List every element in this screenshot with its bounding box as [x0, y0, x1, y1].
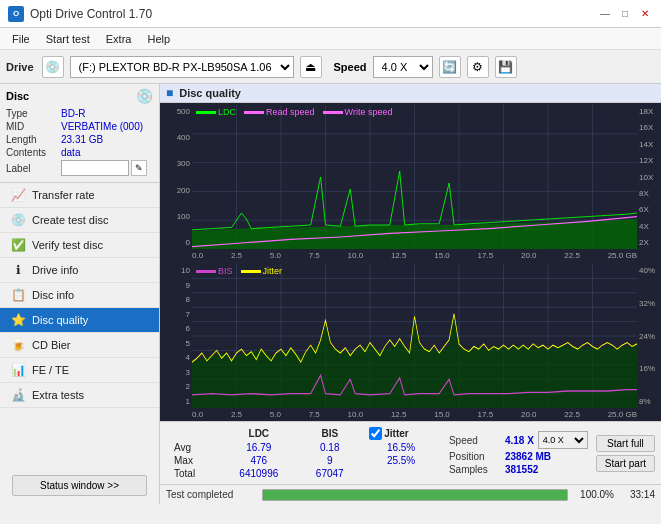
eject-button[interactable]: ⏏ — [300, 56, 322, 78]
action-buttons: Start full Start part — [596, 435, 655, 472]
bis-chart-area: 10987654321 BIS Jitter — [162, 264, 659, 408]
disc-mid-key: MID — [6, 121, 61, 132]
minimize-button[interactable]: — — [597, 6, 613, 22]
sidebar-item-label: Drive info — [32, 264, 78, 276]
chart2-legend: BIS Jitter — [192, 264, 286, 278]
speed-info: Speed 4.18 X 4.0 X Position 23862 MB Sam… — [449, 431, 588, 475]
sidebar-item-label: Disc info — [32, 289, 74, 301]
chart2-y-right: 40%32%24%16%8% — [637, 264, 659, 408]
progress-percent: 100.0% — [574, 489, 614, 500]
extra-tests-icon: 🔬 — [10, 388, 26, 402]
chart2-y-left: 10987654321 — [162, 264, 192, 408]
chart1-y-right: 18X16X14X12X10X8X6X4X2X — [637, 105, 659, 249]
settings-button[interactable]: ⚙ — [467, 56, 489, 78]
sidebar-item-label: CD Bier — [32, 339, 71, 351]
bis-chart-svg — [192, 264, 637, 408]
main-area: Disc 💿 Type BD-R MID VERBATIMe (000) Len… — [0, 84, 661, 504]
progress-bar — [262, 489, 568, 501]
sidebar-item-label: FE / TE — [32, 364, 69, 376]
disc-info-icon: 📋 — [10, 288, 26, 302]
disk-button[interactable]: 💾 — [495, 56, 517, 78]
sidebar-item-label: Transfer rate — [32, 189, 95, 201]
jitter-checkbox[interactable] — [369, 427, 382, 440]
disc-type-key: Type — [6, 108, 61, 119]
charts-wrapper: 5004003002001000 LDC Read speed — [160, 103, 661, 421]
disc-length-key: Length — [6, 134, 61, 145]
stats-table: LDC BIS Jitter Avg 16.79 0.18 — [166, 426, 441, 480]
app-icon: O — [8, 6, 24, 22]
disc-length-value: 23.31 GB — [61, 134, 153, 145]
menu-help[interactable]: Help — [139, 31, 178, 47]
sidebar-item-drive-info[interactable]: ℹ Drive info — [0, 258, 159, 283]
disc-icon: 💿 — [136, 88, 153, 104]
drive-info-icon: ℹ — [10, 263, 26, 277]
maximize-button[interactable]: □ — [617, 6, 633, 22]
verify-test-disc-icon: ✅ — [10, 238, 26, 252]
status-text: Test completed — [166, 489, 256, 500]
table-row: Total 6410996 67047 — [166, 467, 441, 480]
disc-contents-key: Contents — [6, 147, 61, 158]
titlebar: O Opti Drive Control 1.70 — □ ✕ — [0, 0, 661, 28]
chart1-y-left: 5004003002001000 — [162, 105, 192, 249]
chart2-x-labels: 0.02.55.07.510.012.515.017.520.022.525.0… — [162, 410, 659, 419]
table-row: Max 476 9 25.5% — [166, 454, 441, 467]
start-full-button[interactable]: Start full — [596, 435, 655, 452]
test-speed-select[interactable]: 4.0 X — [538, 431, 588, 449]
sidebar-item-disc-quality[interactable]: ⭐ Disc quality — [0, 308, 159, 333]
cd-bier-icon: 🍺 — [10, 338, 26, 352]
time-label: 33:14 — [620, 489, 655, 500]
menu-extra[interactable]: Extra — [98, 31, 140, 47]
sidebar-item-label: Verify test disc — [32, 239, 103, 251]
refresh-button[interactable]: 🔄 — [439, 56, 461, 78]
disc-quality-icon: ⭐ — [10, 313, 26, 327]
sidebar-item-create-test-disc[interactable]: 💿 Create test disc — [0, 208, 159, 233]
chart1-x-labels: 0.02.55.07.510.012.515.017.520.022.525.0… — [162, 251, 659, 260]
disc-type-value: BD-R — [61, 108, 153, 119]
close-button[interactable]: ✕ — [637, 6, 653, 22]
disc-label-key: Label — [6, 163, 61, 174]
sidebar-item-disc-info[interactable]: 📋 Disc info — [0, 283, 159, 308]
stats-panel: LDC BIS Jitter Avg 16.79 0.18 — [160, 421, 661, 484]
ldc-chart-svg — [192, 105, 637, 249]
sidebar-item-label: Extra tests — [32, 389, 84, 401]
disc-label-edit-button[interactable]: ✎ — [131, 160, 147, 176]
window-controls: — □ ✕ — [597, 6, 653, 22]
sidebar-item-label: Create test disc — [32, 214, 108, 226]
app-title: Opti Drive Control 1.70 — [30, 7, 152, 21]
progress-bar-area: Test completed 100.0% 33:14 — [160, 484, 661, 504]
speed-label: Speed — [334, 61, 367, 73]
table-row: Avg 16.79 0.18 16.5% — [166, 441, 441, 454]
sidebar-item-extra-tests[interactable]: 🔬 Extra tests — [0, 383, 159, 408]
ldc-chart-area: 5004003002001000 LDC Read speed — [162, 105, 659, 249]
disc-section: Disc 💿 Type BD-R MID VERBATIMe (000) Len… — [0, 84, 159, 183]
drive-select[interactable]: (F:) PLEXTOR BD-R PX-LB950SA 1.06 — [70, 56, 294, 78]
menu-start-test[interactable]: Start test — [38, 31, 98, 47]
fe-te-icon: 📊 — [10, 363, 26, 377]
toolbar: Drive 💿 (F:) PLEXTOR BD-R PX-LB950SA 1.0… — [0, 50, 661, 84]
transfer-rate-icon: 📈 — [10, 188, 26, 202]
drive-label: Drive — [6, 61, 34, 73]
disc-label-input[interactable] — [61, 160, 129, 176]
content-area: ■ Disc quality 5004003002001000 LDC — [160, 84, 661, 504]
menubar: File Start test Extra Help — [0, 28, 661, 50]
sidebar-item-verify-test-disc[interactable]: ✅ Verify test disc — [0, 233, 159, 258]
sidebar-nav: 📈 Transfer rate 💿 Create test disc ✅ Ver… — [0, 183, 159, 408]
sidebar-item-fe-te[interactable]: 📊 FE / TE — [0, 358, 159, 383]
disc-mid-value: VERBATIMe (000) — [61, 121, 153, 132]
progress-bar-fill — [263, 490, 567, 500]
speed-select[interactable]: 4.0 X — [373, 56, 433, 78]
start-part-button[interactable]: Start part — [596, 455, 655, 472]
sidebar-item-cd-bier[interactable]: 🍺 CD Bier — [0, 333, 159, 358]
menu-file[interactable]: File — [4, 31, 38, 47]
create-test-disc-icon: 💿 — [10, 213, 26, 227]
sidebar-item-label: Disc quality — [32, 314, 88, 326]
sidebar: Disc 💿 Type BD-R MID VERBATIMe (000) Len… — [0, 84, 160, 504]
sidebar-item-transfer-rate[interactable]: 📈 Transfer rate — [0, 183, 159, 208]
chart1-legend: LDC Read speed Write speed — [192, 105, 396, 119]
chart-header: ■ Disc quality — [160, 84, 661, 103]
status-window-button[interactable]: Status window >> — [12, 475, 147, 496]
disc-header-label: Disc — [6, 90, 29, 102]
drive-icon-button[interactable]: 💿 — [42, 56, 64, 78]
disc-contents-value: data — [61, 147, 153, 158]
chart-title: Disc quality — [179, 87, 241, 99]
